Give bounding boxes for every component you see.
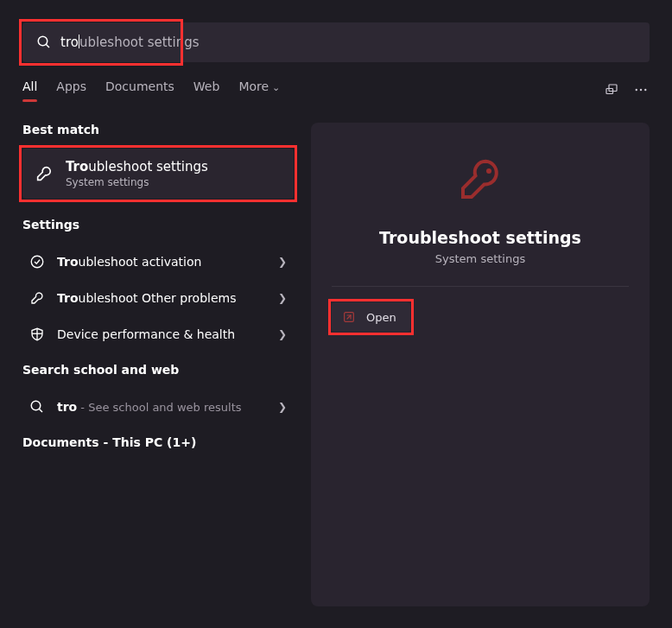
divider — [332, 286, 629, 287]
cast-icon[interactable] — [603, 81, 620, 98]
detail-title: Troubleshoot settings — [379, 228, 581, 247]
chevron-right-icon: ❯ — [278, 292, 287, 304]
tab-more[interactable]: More⌄ — [238, 79, 280, 100]
wrench-icon — [35, 164, 54, 183]
web-result[interactable]: tro - See school and web results ❯ — [22, 389, 294, 425]
svg-point-0 — [38, 36, 48, 46]
svg-point-5 — [640, 89, 642, 91]
svg-point-12 — [486, 168, 491, 174]
search-icon — [29, 399, 45, 415]
search-icon — [36, 35, 52, 50]
search-input-text: troubleshoot settings — [60, 35, 199, 51]
result-text: Troubleshoot Other problems — [57, 291, 236, 305]
result-text: Device performance & health — [57, 327, 235, 341]
filter-tabs: AllAppsDocumentsWebMore⌄ — [22, 79, 650, 100]
tab-apps[interactable]: Apps — [56, 79, 86, 100]
chevron-down-icon: ⌄ — [272, 82, 280, 93]
settings-result[interactable]: Troubleshoot activation❯ — [22, 244, 294, 280]
best-match-subtitle: System settings — [66, 176, 208, 188]
shield-icon — [29, 327, 45, 342]
result-text: Troubleshoot activation — [57, 255, 201, 269]
detail-panel: Troubleshoot settings System settings Op… — [311, 123, 650, 606]
svg-point-7 — [31, 256, 43, 268]
chevron-right-icon: ❯ — [278, 256, 287, 268]
best-match-result[interactable]: Troubleshoot settings System settings — [22, 149, 294, 199]
open-button[interactable]: Open — [332, 302, 410, 332]
svg-line-1 — [46, 44, 49, 48]
tab-all[interactable]: All — [22, 79, 37, 100]
open-icon — [342, 310, 356, 324]
section-web: Search school and web — [22, 363, 294, 377]
svg-point-6 — [644, 89, 646, 91]
section-best-match: Best match — [22, 123, 294, 136]
tab-web[interactable]: Web — [193, 79, 220, 100]
svg-point-4 — [636, 89, 637, 91]
tab-documents[interactable]: Documents — [105, 79, 174, 100]
section-documents: Documents - This PC (1+) — [22, 435, 294, 449]
settings-result[interactable]: Troubleshoot Other problems❯ — [22, 280, 294, 316]
web-result-text: tro - See school and web results — [57, 400, 242, 414]
detail-subtitle: System settings — [435, 252, 525, 265]
settings-result[interactable]: Device performance & health❯ — [22, 316, 294, 352]
more-icon[interactable] — [632, 81, 650, 98]
chevron-right-icon: ❯ — [278, 401, 287, 413]
results-column: Best match Troubleshoot settings System … — [22, 123, 294, 628]
check-circle-icon — [29, 254, 45, 270]
svg-point-10 — [31, 401, 41, 410]
chevron-right-icon: ❯ — [278, 328, 287, 340]
svg-line-11 — [39, 409, 42, 412]
wrench-icon — [29, 290, 45, 306]
best-match-title: Troubleshoot settings — [66, 159, 208, 174]
search-bar[interactable]: troubleshoot settings — [22, 22, 650, 62]
section-settings: Settings — [22, 218, 294, 232]
wrench-icon — [454, 154, 506, 206]
open-button-label: Open — [366, 311, 396, 324]
